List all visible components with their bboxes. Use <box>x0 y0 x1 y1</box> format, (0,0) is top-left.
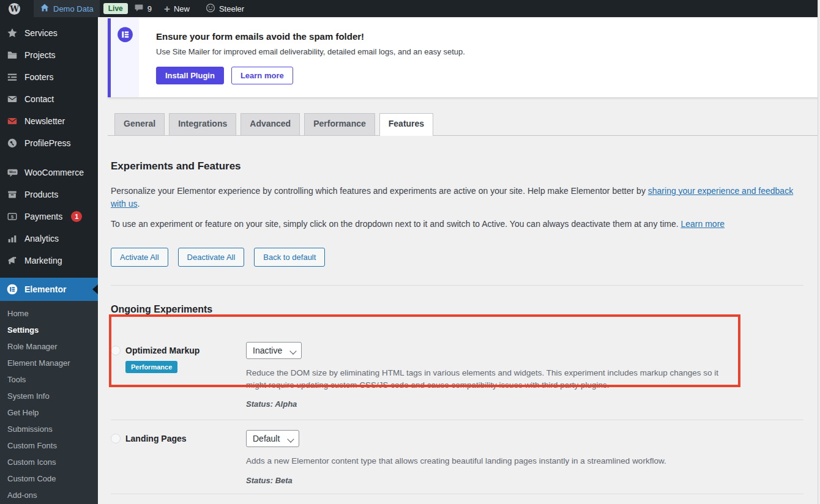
banner-content: Ensure your form emails avoid the spam f… <box>139 18 477 97</box>
wordpress-admin-page: W Demo Data Live 9 + New Steeler <box>0 0 820 504</box>
sidebar-item-label: Products <box>24 190 58 199</box>
deactivate-all-button[interactable]: Deactivate All <box>178 248 245 267</box>
megaphone-icon <box>6 254 18 267</box>
site-mailer-promo-banner: Ensure your form emails avoid the spam f… <box>108 18 820 97</box>
sidebar-item-woocommerce[interactable]: Woo WooCommerce <box>0 161 98 183</box>
tab-features[interactable]: Features <box>379 113 433 136</box>
intro-paragraph-1: Personalize your Elementor experience by… <box>111 185 803 210</box>
svg-text:$: $ <box>11 214 14 220</box>
wordpress-logo-icon: W <box>9 3 20 15</box>
performance-tag-badge: Performance <box>125 361 177 373</box>
page-title: Experiments and Features <box>111 160 803 172</box>
sidebar-item-label: Newsletter <box>24 116 65 126</box>
experiment-indicator-dot <box>111 346 121 355</box>
sidebar-item-label: Services <box>24 28 58 38</box>
tab-advanced[interactable]: Advanced <box>240 113 300 135</box>
sidebar-item-footers[interactable]: Footers <box>0 66 98 88</box>
submenu-item-add-ons[interactable]: Add-ons <box>0 487 98 503</box>
learn-more-button[interactable]: Learn more <box>231 67 293 84</box>
footer-layout-icon <box>6 71 18 83</box>
sidebar-item-payments[interactable]: $ Payments 1 <box>0 206 98 228</box>
plus-icon: + <box>164 4 170 14</box>
features-tab-content: Experiments and Features Personalize you… <box>108 136 820 504</box>
learn-more-link[interactable]: Learn more <box>681 219 725 229</box>
new-label: New <box>174 4 190 13</box>
woocommerce-icon: Woo <box>6 166 18 179</box>
home-icon <box>40 3 50 15</box>
admin-sidebar: Services Projects Footers Contact Newsle <box>0 17 98 504</box>
wordpress-logo-menu[interactable]: W <box>0 0 26 17</box>
experiment-row-landing-pages: Landing Pages Default Adds a new Element… <box>111 420 803 494</box>
sidebar-item-label: ProfilePress <box>24 138 70 148</box>
tab-general[interactable]: General <box>114 113 165 135</box>
folder-icon <box>6 49 18 61</box>
submenu-item-settings[interactable]: Settings <box>0 322 98 338</box>
tab-performance[interactable]: Performance <box>304 113 375 135</box>
svg-text:Woo: Woo <box>9 170 15 174</box>
sidebar-item-label: WooCommerce <box>24 168 84 177</box>
comment-count: 9 <box>147 4 152 13</box>
experiment-name: Landing Pages <box>125 434 187 443</box>
submenu-item-submissions[interactable]: Submissions <box>0 421 98 437</box>
submenu-item-get-help[interactable]: Get Help <box>0 404 98 421</box>
submenu-item-custom-fonts[interactable]: Custom Fonts <box>0 437 98 454</box>
settings-tab-bar: General Integrations Advanced Performanc… <box>108 113 820 136</box>
submenu-item-role-manager[interactable]: Role Manager <box>0 338 98 355</box>
sidebar-item-products[interactable]: Products <box>0 183 98 206</box>
bar-chart-icon <box>6 232 18 245</box>
back-to-default-button[interactable]: Back to default <box>254 248 325 267</box>
sidebar-item-elementor[interactable]: Elementor <box>0 278 98 301</box>
intro-paragraph-2: To use an experiment or feature on your … <box>111 218 803 231</box>
ongoing-experiments-heading: Ongoing Experiments <box>111 304 803 315</box>
admin-bar: W Demo Data Live 9 + New Steeler <box>0 0 820 17</box>
submenu-item-element-manager[interactable]: Element Manager <box>0 355 98 371</box>
experiment-description: Adds a new Elementor content type that a… <box>246 455 736 467</box>
banner-title: Ensure your form emails avoid the spam f… <box>156 31 465 42</box>
section-divider <box>111 285 803 286</box>
sidebar-item-marketing[interactable]: Marketing <box>0 250 98 272</box>
tab-integrations[interactable]: Integrations <box>169 113 236 135</box>
submenu-item-tools[interactable]: Tools <box>0 371 98 388</box>
comment-bubble-icon <box>134 3 144 15</box>
newsletter-envelope-icon <box>6 115 18 127</box>
archive-box-icon <box>6 188 18 201</box>
sidebar-item-label: Footers <box>24 72 53 82</box>
elementor-icon <box>6 283 18 295</box>
sidebar-item-label: Payments <box>24 212 62 221</box>
sidebar-item-label: Analytics <box>24 234 59 243</box>
experiment-row-nested-elements: Nested Elements Inactive <box>111 494 803 504</box>
star-icon <box>6 27 18 39</box>
sidebar-item-analytics[interactable]: Analytics <box>0 228 98 250</box>
profilepress-icon <box>6 137 18 149</box>
sidebar-item-label: Elementor <box>24 284 66 294</box>
activate-all-button[interactable]: Activate All <box>111 248 168 267</box>
sidebar-item-contact[interactable]: Contact <box>0 88 98 110</box>
site-name-menu[interactable]: Demo Data <box>34 0 100 17</box>
sidebar-item-services[interactable]: Services <box>0 22 98 44</box>
intro-1-text: Personalize your Elementor experience by… <box>111 186 648 196</box>
submenu-item-custom-icons[interactable]: Custom Icons <box>0 454 98 470</box>
new-content-menu[interactable]: + New <box>158 0 196 17</box>
live-badge: Live <box>103 3 128 14</box>
experiment-state-select-wrap: Inactive <box>246 342 302 359</box>
elementor-badge-icon <box>117 26 133 97</box>
banner-description: Use Site Mailer for improved email deliv… <box>156 47 465 56</box>
elementor-submenu: Home Settings Role Manager Element Manag… <box>0 301 98 504</box>
install-plugin-button[interactable]: Install Plugin <box>156 67 224 84</box>
site-name-label: Demo Data <box>53 4 94 13</box>
submenu-item-home[interactable]: Home <box>0 305 98 322</box>
sidebar-item-projects[interactable]: Projects <box>0 44 98 66</box>
submenu-item-system-info[interactable]: System Info <box>0 388 98 404</box>
submenu-item-custom-code[interactable]: Custom Code <box>0 470 98 487</box>
comments-menu[interactable]: 9 <box>128 0 158 17</box>
user-avatar-icon <box>206 3 215 15</box>
vertical-scrollbar[interactable] <box>818 0 820 504</box>
sidebar-item-label: Marketing <box>24 256 62 265</box>
landing-pages-state-select[interactable]: Default <box>246 430 299 447</box>
sidebar-item-profilepress[interactable]: ProfilePress <box>0 132 98 154</box>
intro-2-text: To use an experiment or feature on your … <box>111 219 681 229</box>
sidebar-item-newsletter[interactable]: Newsletter <box>0 110 98 132</box>
payments-icon: $ <box>6 210 18 223</box>
optimized-markup-state-select[interactable]: Inactive <box>246 342 302 359</box>
user-account-menu[interactable]: Steeler <box>199 0 250 17</box>
